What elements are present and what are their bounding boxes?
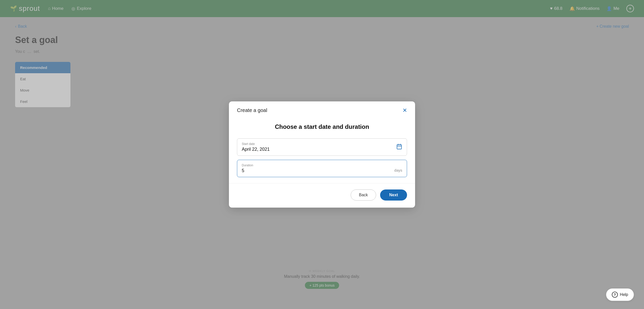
help-circle-icon: ? <box>612 292 618 298</box>
back-button[interactable]: Back <box>351 189 376 201</box>
modal-body: Choose a start date and duration Start d… <box>229 118 415 177</box>
modal-heading: Choose a start date and duration <box>237 123 407 130</box>
help-button[interactable]: ? Help <box>606 288 634 301</box>
modal-title: Create a goal <box>237 107 267 113</box>
start-date-value: April 22, 2021 <box>242 147 402 152</box>
duration-field[interactable]: Duration 5 days <box>237 160 407 177</box>
duration-suffix: days <box>394 168 402 172</box>
modal-header: Create a goal ✕ <box>229 101 415 118</box>
start-date-label: Start date <box>242 142 402 146</box>
next-button[interactable]: Next <box>380 189 407 201</box>
svg-rect-0 <box>397 144 401 149</box>
create-goal-modal: Create a goal ✕ Choose a start date and … <box>229 101 415 208</box>
duration-label: Duration <box>242 164 402 167</box>
modal-footer: Back Next <box>229 183 415 208</box>
duration-value: 5 <box>242 168 402 173</box>
modal-close-button[interactable]: ✕ <box>403 108 407 113</box>
modal-overlay: Create a goal ✕ Choose a start date and … <box>0 0 644 309</box>
start-date-field[interactable]: Start date April 22, 2021 <box>237 138 407 156</box>
calendar-icon <box>396 143 402 151</box>
